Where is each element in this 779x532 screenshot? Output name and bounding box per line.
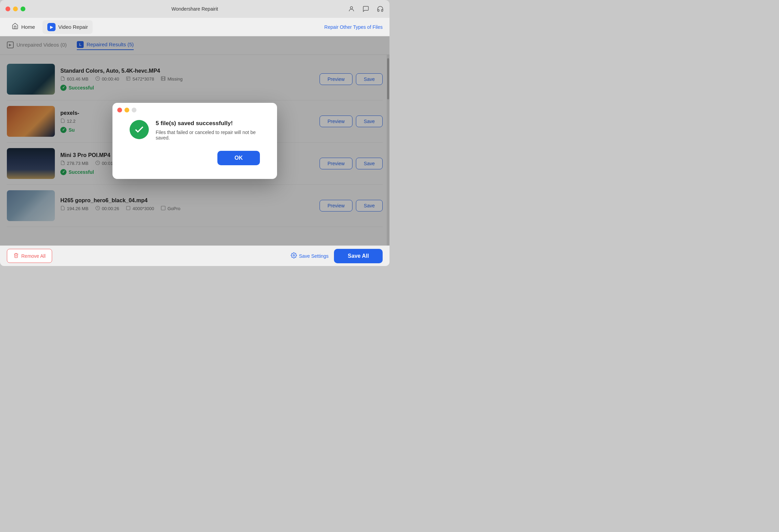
modal-minimize-button[interactable] (124, 108, 129, 112)
modal-success-icon (130, 120, 149, 139)
bottom-bar: Remove All Save Settings Save All (0, 245, 389, 266)
user-icon[interactable] (348, 5, 355, 13)
chat-icon[interactable] (362, 5, 370, 13)
nav-items: Home ▶ Video Repair (7, 20, 93, 34)
window-controls (5, 7, 25, 11)
nav-home[interactable]: Home (7, 20, 40, 34)
modal-title: 5 file(s) saved successfully! (156, 120, 260, 127)
title-bar-actions (348, 5, 384, 13)
remove-all-button[interactable]: Remove All (7, 249, 52, 263)
remove-all-label: Remove All (21, 253, 46, 259)
modal-maximize-button[interactable] (132, 108, 136, 112)
nav-video-repair-label: Video Repair (58, 24, 88, 30)
title-bar: Wondershare Repairit (0, 0, 389, 18)
trash-icon (13, 253, 19, 259)
headset-icon[interactable] (376, 5, 384, 13)
minimize-button[interactable] (13, 7, 18, 11)
close-button[interactable] (5, 7, 10, 11)
nav-bar: Home ▶ Video Repair Repair Other Types o… (0, 18, 389, 36)
video-repair-icon: ▶ (47, 23, 56, 31)
modal-actions: OK (130, 151, 260, 165)
modal-overlay: 5 file(s) saved successfully! Files that… (0, 36, 389, 245)
repair-other-link[interactable]: Repair Other Types of Files (324, 24, 383, 30)
ok-button[interactable]: OK (217, 151, 260, 165)
save-all-button[interactable]: Save All (334, 249, 383, 263)
modal-body: 5 file(s) saved successfully! Files that… (130, 120, 260, 141)
modal-dialog: 5 file(s) saved successfully! Files that… (112, 103, 277, 179)
home-icon (12, 23, 19, 31)
modal-window-controls (117, 108, 136, 112)
nav-home-label: Home (21, 24, 35, 30)
save-settings-label: Save Settings (299, 253, 328, 259)
modal-text: 5 file(s) saved successfully! Files that… (156, 120, 260, 141)
app-title: Wondershare Repairit (171, 6, 218, 12)
content-area: ▶ Unrepaired Videos (0) L Repaired Resul… (0, 36, 389, 245)
svg-point-0 (350, 7, 353, 9)
modal-close-button[interactable] (117, 108, 122, 112)
nav-video-repair[interactable]: ▶ Video Repair (43, 20, 93, 34)
maximize-button[interactable] (21, 7, 25, 11)
bottom-right: Save Settings Save All (291, 249, 383, 263)
svg-point-12 (293, 255, 295, 256)
settings-icon (291, 252, 297, 259)
modal-message: Files that failed or canceled to repair … (156, 130, 260, 141)
save-settings-button[interactable]: Save Settings (291, 252, 328, 259)
